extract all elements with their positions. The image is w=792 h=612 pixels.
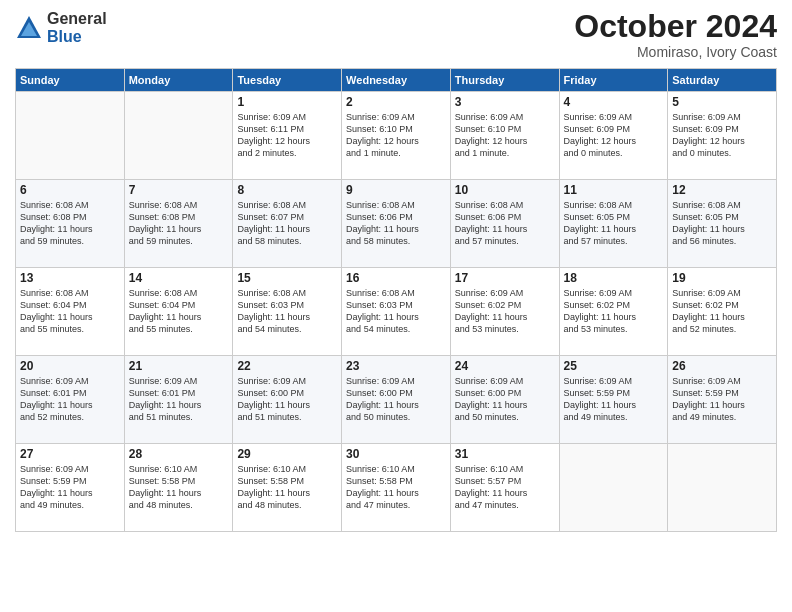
day-info: Sunrise: 6:09 AM Sunset: 6:02 PM Dayligh… [672, 287, 772, 336]
calendar-header-row: Sunday Monday Tuesday Wednesday Thursday… [16, 69, 777, 92]
location-subtitle: Momiraso, Ivory Coast [574, 44, 777, 60]
day-number: 17 [455, 271, 555, 285]
calendar-cell: 25Sunrise: 6:09 AM Sunset: 5:59 PM Dayli… [559, 356, 668, 444]
day-info: Sunrise: 6:09 AM Sunset: 5:59 PM Dayligh… [564, 375, 664, 424]
day-info: Sunrise: 6:10 AM Sunset: 5:58 PM Dayligh… [129, 463, 229, 512]
header-tuesday: Tuesday [233, 69, 342, 92]
calendar-cell: 30Sunrise: 6:10 AM Sunset: 5:58 PM Dayli… [342, 444, 451, 532]
day-info: Sunrise: 6:09 AM Sunset: 6:09 PM Dayligh… [672, 111, 772, 160]
calendar-cell: 15Sunrise: 6:08 AM Sunset: 6:03 PM Dayli… [233, 268, 342, 356]
calendar-week-1: 1Sunrise: 6:09 AM Sunset: 6:11 PM Daylig… [16, 92, 777, 180]
calendar-week-2: 6Sunrise: 6:08 AM Sunset: 6:08 PM Daylig… [16, 180, 777, 268]
day-number: 29 [237, 447, 337, 461]
day-number: 30 [346, 447, 446, 461]
calendar-cell: 18Sunrise: 6:09 AM Sunset: 6:02 PM Dayli… [559, 268, 668, 356]
calendar-cell: 6Sunrise: 6:08 AM Sunset: 6:08 PM Daylig… [16, 180, 125, 268]
day-number: 21 [129, 359, 229, 373]
calendar-cell: 3Sunrise: 6:09 AM Sunset: 6:10 PM Daylig… [450, 92, 559, 180]
day-number: 5 [672, 95, 772, 109]
calendar-cell [124, 92, 233, 180]
day-number: 22 [237, 359, 337, 373]
calendar-cell: 24Sunrise: 6:09 AM Sunset: 6:00 PM Dayli… [450, 356, 559, 444]
day-info: Sunrise: 6:09 AM Sunset: 6:00 PM Dayligh… [455, 375, 555, 424]
logo-general: General [47, 10, 107, 28]
calendar-cell [559, 444, 668, 532]
day-number: 27 [20, 447, 120, 461]
calendar-cell: 10Sunrise: 6:08 AM Sunset: 6:06 PM Dayli… [450, 180, 559, 268]
calendar-week-3: 13Sunrise: 6:08 AM Sunset: 6:04 PM Dayli… [16, 268, 777, 356]
calendar-cell: 31Sunrise: 6:10 AM Sunset: 5:57 PM Dayli… [450, 444, 559, 532]
day-number: 8 [237, 183, 337, 197]
calendar-cell: 20Sunrise: 6:09 AM Sunset: 6:01 PM Dayli… [16, 356, 125, 444]
day-number: 19 [672, 271, 772, 285]
day-number: 9 [346, 183, 446, 197]
day-info: Sunrise: 6:09 AM Sunset: 6:02 PM Dayligh… [455, 287, 555, 336]
day-info: Sunrise: 6:09 AM Sunset: 6:10 PM Dayligh… [455, 111, 555, 160]
calendar-cell: 1Sunrise: 6:09 AM Sunset: 6:11 PM Daylig… [233, 92, 342, 180]
day-info: Sunrise: 6:09 AM Sunset: 6:00 PM Dayligh… [346, 375, 446, 424]
day-number: 26 [672, 359, 772, 373]
day-info: Sunrise: 6:08 AM Sunset: 6:06 PM Dayligh… [346, 199, 446, 248]
day-number: 16 [346, 271, 446, 285]
calendar-cell: 28Sunrise: 6:10 AM Sunset: 5:58 PM Dayli… [124, 444, 233, 532]
day-number: 13 [20, 271, 120, 285]
day-number: 23 [346, 359, 446, 373]
calendar-cell: 2Sunrise: 6:09 AM Sunset: 6:10 PM Daylig… [342, 92, 451, 180]
day-info: Sunrise: 6:10 AM Sunset: 5:58 PM Dayligh… [346, 463, 446, 512]
logo: General Blue [15, 10, 107, 45]
logo-icon [15, 14, 43, 42]
day-info: Sunrise: 6:08 AM Sunset: 6:06 PM Dayligh… [455, 199, 555, 248]
day-info: Sunrise: 6:09 AM Sunset: 6:10 PM Dayligh… [346, 111, 446, 160]
day-number: 31 [455, 447, 555, 461]
header-wednesday: Wednesday [342, 69, 451, 92]
day-info: Sunrise: 6:09 AM Sunset: 6:02 PM Dayligh… [564, 287, 664, 336]
header-friday: Friday [559, 69, 668, 92]
header-sunday: Sunday [16, 69, 125, 92]
calendar-cell: 17Sunrise: 6:09 AM Sunset: 6:02 PM Dayli… [450, 268, 559, 356]
calendar-cell: 22Sunrise: 6:09 AM Sunset: 6:00 PM Dayli… [233, 356, 342, 444]
day-number: 15 [237, 271, 337, 285]
day-info: Sunrise: 6:09 AM Sunset: 6:09 PM Dayligh… [564, 111, 664, 160]
day-number: 20 [20, 359, 120, 373]
calendar-week-5: 27Sunrise: 6:09 AM Sunset: 5:59 PM Dayli… [16, 444, 777, 532]
calendar-cell: 27Sunrise: 6:09 AM Sunset: 5:59 PM Dayli… [16, 444, 125, 532]
day-number: 14 [129, 271, 229, 285]
calendar-cell: 16Sunrise: 6:08 AM Sunset: 6:03 PM Dayli… [342, 268, 451, 356]
title-block: October 2024 Momiraso, Ivory Coast [574, 10, 777, 60]
calendar-cell: 21Sunrise: 6:09 AM Sunset: 6:01 PM Dayli… [124, 356, 233, 444]
calendar-cell [668, 444, 777, 532]
day-info: Sunrise: 6:08 AM Sunset: 6:05 PM Dayligh… [564, 199, 664, 248]
day-number: 24 [455, 359, 555, 373]
calendar-week-4: 20Sunrise: 6:09 AM Sunset: 6:01 PM Dayli… [16, 356, 777, 444]
day-number: 3 [455, 95, 555, 109]
day-info: Sunrise: 6:09 AM Sunset: 6:01 PM Dayligh… [129, 375, 229, 424]
calendar-table: Sunday Monday Tuesday Wednesday Thursday… [15, 68, 777, 532]
day-number: 7 [129, 183, 229, 197]
day-info: Sunrise: 6:10 AM Sunset: 5:57 PM Dayligh… [455, 463, 555, 512]
calendar-cell: 4Sunrise: 6:09 AM Sunset: 6:09 PM Daylig… [559, 92, 668, 180]
day-info: Sunrise: 6:08 AM Sunset: 6:08 PM Dayligh… [129, 199, 229, 248]
day-number: 18 [564, 271, 664, 285]
calendar-cell: 7Sunrise: 6:08 AM Sunset: 6:08 PM Daylig… [124, 180, 233, 268]
day-number: 4 [564, 95, 664, 109]
day-info: Sunrise: 6:08 AM Sunset: 6:07 PM Dayligh… [237, 199, 337, 248]
calendar-cell: 8Sunrise: 6:08 AM Sunset: 6:07 PM Daylig… [233, 180, 342, 268]
day-info: Sunrise: 6:08 AM Sunset: 6:03 PM Dayligh… [237, 287, 337, 336]
day-number: 6 [20, 183, 120, 197]
day-info: Sunrise: 6:09 AM Sunset: 6:01 PM Dayligh… [20, 375, 120, 424]
day-info: Sunrise: 6:08 AM Sunset: 6:05 PM Dayligh… [672, 199, 772, 248]
logo-blue: Blue [47, 28, 107, 46]
day-number: 11 [564, 183, 664, 197]
day-number: 10 [455, 183, 555, 197]
header-thursday: Thursday [450, 69, 559, 92]
calendar-cell: 14Sunrise: 6:08 AM Sunset: 6:04 PM Dayli… [124, 268, 233, 356]
header-saturday: Saturday [668, 69, 777, 92]
calendar-cell: 19Sunrise: 6:09 AM Sunset: 6:02 PM Dayli… [668, 268, 777, 356]
day-info: Sunrise: 6:09 AM Sunset: 6:00 PM Dayligh… [237, 375, 337, 424]
day-number: 28 [129, 447, 229, 461]
day-info: Sunrise: 6:09 AM Sunset: 5:59 PM Dayligh… [20, 463, 120, 512]
day-number: 1 [237, 95, 337, 109]
calendar-cell: 13Sunrise: 6:08 AM Sunset: 6:04 PM Dayli… [16, 268, 125, 356]
page-header: General Blue October 2024 Momiraso, Ivor… [15, 10, 777, 60]
day-info: Sunrise: 6:09 AM Sunset: 6:11 PM Dayligh… [237, 111, 337, 160]
